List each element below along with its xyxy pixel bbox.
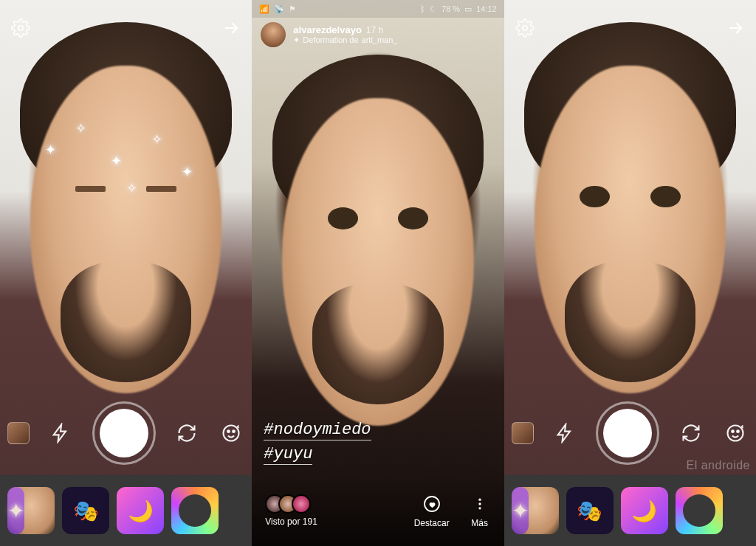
filter-cartoon[interactable]: 🎭 [62,487,109,534]
viewers-label: Visto por 191 [265,516,317,527]
viewer-avatars [265,494,311,514]
clock-text: 14:12 [476,4,497,13]
filter-sparkle[interactable]: ✦ [7,487,24,534]
filter-cartoon[interactable]: 🎭 [566,487,614,534]
sparkle-icon: ✧ [75,120,86,136]
svg-point-10 [732,430,734,432]
effects-button[interactable] [722,420,749,446]
story-panel: 📶 📡 ⚑ ᛒ ☾ 78 % ▭ 14:12 alvarezdelvayo 17… [252,0,504,546]
capture-controls [0,400,252,466]
status-bar: 📶 📡 ⚑ ᛒ ☾ 78 % ▭ 14:12 [252,0,504,18]
svg-point-3 [233,430,235,432]
svg-point-6 [478,502,481,505]
bluetooth-icon: ᛒ [420,4,425,13]
more-button[interactable]: Más [469,493,491,528]
svg-point-0 [18,26,24,31]
dnd-icon: ☾ [430,4,437,14]
camera-panel-1: ✦ ✧ ✦ ✧ ✦ ✧ 🎭 🌙 ✦ [0,0,252,546]
svg-point-1 [224,426,239,441]
gallery-button[interactable] [512,422,534,444]
shutter-button[interactable] [92,401,156,465]
switch-camera-button[interactable] [173,420,200,446]
status-left: 📶 📡 ⚑ [259,4,296,14]
status-right: ᛒ ☾ 78 % ▭ 14:12 [420,4,497,14]
svg-point-11 [737,430,739,432]
svg-point-9 [727,426,743,441]
avatar[interactable] [261,22,286,47]
shutter-inner [603,409,652,457]
sparkle-icon: ✦ [182,164,193,180]
story-user-block[interactable]: alvarezdelvayo 17 h ✦ Deformation de art… [293,24,397,46]
viewer-avatar [292,494,311,514]
flash-button[interactable] [47,420,74,446]
more-label: Más [471,518,488,528]
highlight-label: Destacar [414,518,450,528]
hashtag-2[interactable]: #yuyu [264,445,312,465]
story-viewers-button[interactable]: Visto por 191 [265,494,317,527]
sparkle-icon: ✦ [293,35,300,45]
highlight-button[interactable]: Destacar [414,493,450,528]
svg-point-2 [227,430,230,432]
face-beard [312,284,443,404]
effects-button[interactable] [218,420,244,446]
svg-point-8 [522,26,527,31]
story-username: alvarezdelvayo [293,24,362,36]
face-beard [565,262,695,382]
filter-tray[interactable]: 🎭 🌙 ✦ [0,475,252,546]
more-icon [469,493,491,515]
settings-button[interactable] [515,18,535,38]
filter-moon[interactable]: 🌙 [117,487,164,534]
sparkle-icon: ✦ [111,153,122,169]
sparkle-icon: ✦ [45,142,56,158]
send-button[interactable] [725,18,746,38]
filter-ring[interactable] [171,487,219,534]
filter-sparkle[interactable]: ✦ [512,487,529,534]
face-eye-left [328,207,358,229]
gallery-button[interactable] [7,422,30,444]
camera-panel-2: El androide 🎭 🌙 ✦ [504,0,756,546]
camera-top-bar [0,12,252,44]
battery-icon: ▭ [464,4,472,14]
capture-controls [504,400,756,466]
svg-point-5 [478,499,481,501]
battery-text: 78 % [441,4,460,13]
face-eye-left [580,186,610,208]
story-header: alvarezdelvayo 17 h ✦ Deformation de art… [252,22,504,47]
flash-button[interactable] [551,420,578,446]
face-eye-left [75,186,106,193]
settings-button[interactable] [10,18,31,38]
story-filter-prefix: Deformation de [303,35,358,45]
face-eye-right [398,207,428,229]
story-hashtags[interactable]: #nodoymiedo #yuyu [264,418,371,466]
heart-icon [421,493,443,515]
flag-icon: ⚑ [289,4,296,14]
sparkle-icon: ✧ [151,131,162,148]
face-beard [61,262,191,382]
story-time: 17 h [366,25,383,35]
shutter-inner [100,409,148,457]
switch-camera-button[interactable] [678,420,704,446]
send-button[interactable] [221,18,241,38]
story-actions: Visto por 191 Destacar Más [252,480,504,546]
camera-top-bar [504,12,756,44]
story-filter-author: arti_man_ [362,35,398,45]
filter-moon[interactable]: 🌙 [621,487,668,534]
face-eye-right [146,186,176,193]
filter-tray[interactable]: 🎭 🌙 ✦ [504,475,756,546]
svg-point-7 [478,507,481,509]
story-filter-row[interactable]: ✦ Deformation de arti_man_ [293,35,397,45]
shutter-button[interactable] [596,401,659,465]
hashtag-1[interactable]: #nodoymiedo [264,421,371,440]
filter-ring[interactable] [676,487,723,534]
sparkle-icon: ✧ [126,180,137,196]
wifi-icon: 📡 [274,4,284,14]
signal-icon: 📶 [259,4,269,14]
face-eye-right [650,186,681,208]
